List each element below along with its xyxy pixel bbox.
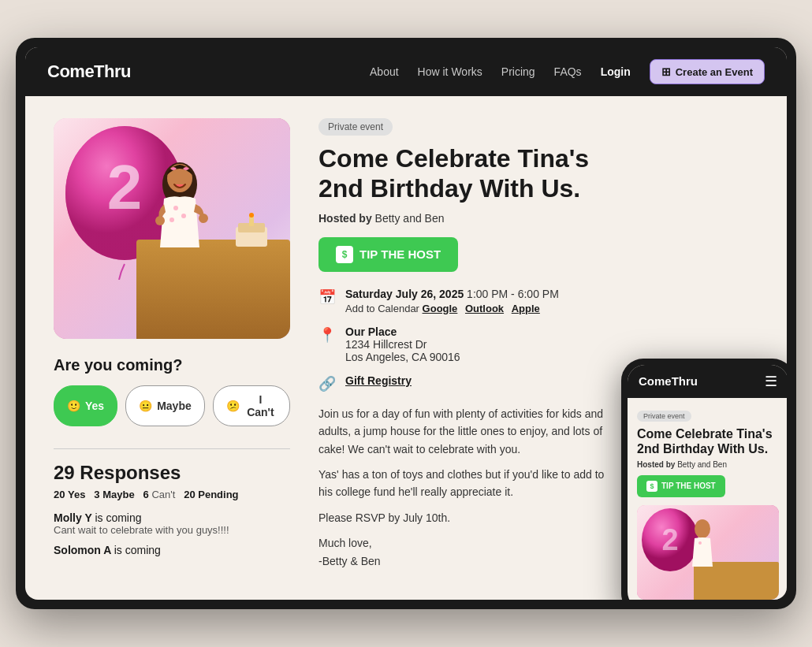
attendee-1-comment: Cant wait to celebrate with you guys!!!! bbox=[54, 524, 290, 536]
rsvp-section: Are you coming? 🙂 Yes 😐 Maybe 😕 I Can bbox=[54, 356, 290, 426]
description-3: Please RSVP by July 10th. bbox=[318, 509, 618, 526]
right-panel: Private event Come Celebrate Tina's 2nd … bbox=[318, 118, 618, 578]
hosted-by-label: Hosted by bbox=[318, 212, 372, 225]
location-address: 1234 Hillcrest Dr bbox=[345, 338, 426, 351]
maybe-count: 3 bbox=[94, 489, 99, 500]
nav-logo: ComeThru bbox=[47, 61, 131, 82]
nav-link-about[interactable]: About bbox=[370, 65, 399, 78]
mobile-menu-icon[interactable]: ☰ bbox=[765, 373, 777, 390]
svg-text:2: 2 bbox=[661, 523, 678, 556]
browser-inner: ComeThru About How it Works Pricing FAQs… bbox=[25, 47, 787, 600]
main-content: 2 bbox=[25, 96, 787, 600]
nav: ComeThru About How it Works Pricing FAQs… bbox=[25, 47, 787, 96]
maybe-label: Maybe bbox=[157, 400, 192, 412]
nav-links: About How it Works Pricing FAQs Login ⊞ … bbox=[370, 59, 765, 84]
svg-point-6 bbox=[249, 213, 254, 218]
host-name: Betty and Ben bbox=[375, 212, 445, 225]
rsvp-yes-button[interactable]: 🙂 Yes bbox=[54, 385, 117, 426]
nav-link-how-it-works[interactable]: How it Works bbox=[418, 65, 482, 78]
mobile-hosted-label: Hosted by bbox=[637, 460, 675, 469]
calendar-add-label: Add to Calendar bbox=[345, 303, 419, 314]
mobile-device: ComeThru ☰ Private event Come Celebrate … bbox=[621, 359, 787, 600]
mobile-content: Private event Come Celebrate Tina's 2nd … bbox=[628, 398, 787, 600]
rsvp-question: Are you coming? bbox=[54, 356, 290, 374]
maybe-breakdown-label: Maybe bbox=[102, 489, 134, 500]
svg-point-13 bbox=[199, 214, 208, 223]
pending-label: Pending bbox=[198, 489, 238, 500]
yes-label: Yes bbox=[85, 400, 104, 412]
outlook-calendar-link[interactable]: Outlook bbox=[465, 303, 504, 314]
event-details: 📅 Saturday July 26, 2025 1:00 PM - 6:00 … bbox=[318, 288, 618, 392]
pending-count: 20 bbox=[184, 489, 195, 500]
google-calendar-link[interactable]: Google bbox=[423, 303, 458, 314]
responses-section: 29 Responses 20 Yes 3 Maybe 6 Can't 20 P… bbox=[54, 448, 290, 556]
description-1: Join us for a day of fun with plenty of … bbox=[318, 405, 618, 458]
mobile-logo: ComeThru bbox=[639, 374, 698, 388]
gift-registry-link[interactable]: Gift Registry bbox=[345, 374, 412, 387]
svg-point-17 bbox=[698, 541, 702, 545]
cake bbox=[232, 211, 271, 251]
nav-link-pricing[interactable]: Pricing bbox=[501, 65, 535, 78]
mobile-tip-icon: $ bbox=[646, 481, 657, 492]
mobile-tip-label: TIP THE HOST bbox=[661, 482, 716, 490]
device-frame: ComeThru About How it Works Pricing FAQs… bbox=[16, 38, 796, 609]
private-badge: Private event bbox=[318, 118, 393, 136]
mobile-tip-button[interactable]: $ TIP THE HOST bbox=[637, 475, 725, 497]
location-name: Our Place bbox=[345, 325, 397, 338]
mobile-host-name: Betty and Ben bbox=[677, 460, 727, 469]
svg-point-12 bbox=[155, 216, 165, 225]
person bbox=[148, 161, 211, 255]
event-title: Come Celebrate Tina's 2nd Birthday With … bbox=[318, 143, 618, 204]
create-event-label: Create an Event bbox=[676, 66, 753, 78]
nav-login-button[interactable]: Login bbox=[601, 65, 631, 78]
yes-count: 20 bbox=[54, 489, 65, 500]
location-city: Los Angeles, CA 90016 bbox=[345, 351, 460, 363]
nav-link-faqs[interactable]: FAQs bbox=[554, 65, 582, 78]
rsvp-maybe-button[interactable]: 😐 Maybe bbox=[125, 385, 205, 426]
gift-icon: 🔗 bbox=[318, 375, 336, 392]
svg-text:2: 2 bbox=[107, 152, 143, 222]
location-icon: 📍 bbox=[318, 326, 336, 344]
left-panel: 2 bbox=[54, 118, 290, 578]
attendee-2-status: is coming bbox=[114, 544, 161, 556]
mobile-title: Come Celebrate Tina's 2nd Birthday With … bbox=[637, 426, 779, 456]
event-date: Saturday July 26, 2025 bbox=[345, 288, 464, 300]
responses-count: 29 Responses bbox=[54, 462, 290, 484]
tip-host-button[interactable]: $ TIP THE HOST bbox=[318, 237, 458, 272]
tip-label: TIP THE HOST bbox=[359, 247, 441, 261]
apple-calendar-link[interactable]: Apple bbox=[512, 303, 540, 314]
mobile-photo: 2 bbox=[637, 505, 779, 600]
gift-detail: 🔗 Gift Registry bbox=[318, 374, 618, 392]
hosted-by: Hosted by Betty and Ben bbox=[318, 212, 618, 225]
calendar-links: Add to Calendar Google Outlook Apple bbox=[345, 303, 559, 314]
location-detail: 📍 Our Place 1234 Hillcrest Dr Los Angele… bbox=[318, 325, 618, 363]
svg-point-10 bbox=[181, 214, 186, 218]
attendee-1-status: is coming bbox=[95, 511, 141, 524]
description-4: Much love, -Betty & Ben bbox=[318, 534, 618, 570]
calendar-icon: 📅 bbox=[318, 288, 336, 306]
tip-icon: $ bbox=[336, 246, 353, 263]
photo-art: 2 bbox=[54, 118, 290, 339]
create-event-button[interactable]: ⊞ Create an Event bbox=[650, 59, 765, 84]
yes-icon: 🙂 bbox=[67, 400, 80, 412]
responses-breakdown: 20 Yes 3 Maybe 6 Can't 20 Pending bbox=[54, 489, 290, 500]
response-item-2: Solomon A is coming bbox=[54, 544, 290, 556]
date-detail: 📅 Saturday July 26, 2025 1:00 PM - 6:00 … bbox=[318, 288, 618, 314]
rsvp-buttons: 🙂 Yes 😐 Maybe 😕 I Can't bbox=[54, 385, 290, 426]
svg-point-16 bbox=[695, 519, 710, 538]
svg-point-11 bbox=[169, 218, 174, 222]
cant-label: I Can't bbox=[244, 393, 277, 418]
event-description: Join us for a day of fun with plenty of … bbox=[318, 405, 618, 570]
svg-point-9 bbox=[173, 206, 178, 210]
response-item-1: Molly Y is coming Cant wait to celebrate… bbox=[54, 511, 290, 536]
cant-icon: 😕 bbox=[226, 400, 240, 412]
attendee-2-name: Solomon A bbox=[54, 544, 111, 556]
maybe-icon: 😐 bbox=[139, 400, 152, 412]
mobile-inner: ComeThru ☰ Private event Come Celebrate … bbox=[628, 365, 787, 600]
rsvp-cant-button[interactable]: 😕 I Can't bbox=[213, 385, 290, 426]
event-photo: 2 bbox=[54, 118, 290, 339]
create-event-icon: ⊞ bbox=[661, 65, 671, 78]
cant-count: 6 bbox=[143, 489, 149, 500]
yes-breakdown-label: Yes bbox=[68, 489, 85, 500]
attendee-1-name: Molly Y bbox=[54, 511, 92, 524]
